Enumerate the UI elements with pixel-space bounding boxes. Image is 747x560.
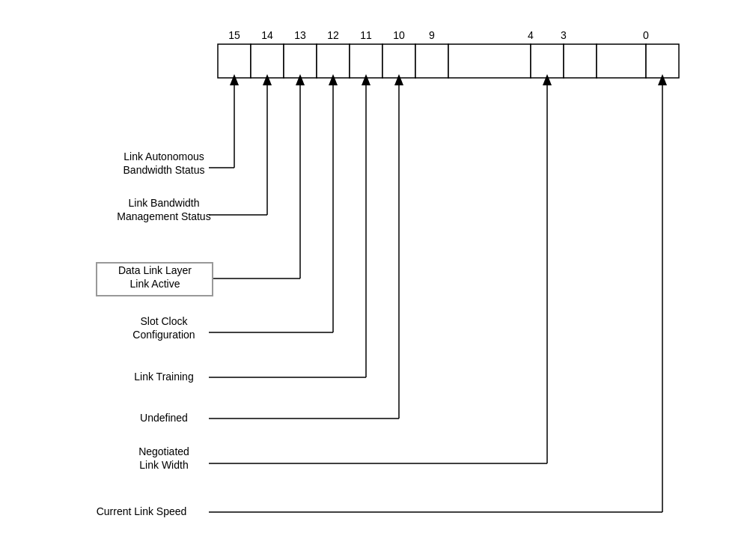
label-link-autonomous-bandwidth-status-line1: Link Autonomous bbox=[124, 150, 204, 162]
bit-label-10: 10 bbox=[393, 29, 405, 41]
bit-label-15: 15 bbox=[228, 29, 240, 41]
label-negotiated-link-width-line1: Negotiated bbox=[138, 445, 189, 457]
bit-label-4: 4 bbox=[528, 29, 534, 41]
register-cell-4 bbox=[531, 44, 564, 78]
bit-label-9: 9 bbox=[429, 29, 435, 41]
register-cell-3 bbox=[564, 44, 597, 78]
register-cell-0 bbox=[646, 44, 679, 78]
label-link-bandwidth-management-status-line2: Management Status bbox=[117, 210, 210, 222]
register-cell-14 bbox=[251, 44, 284, 78]
bit-label-14: 14 bbox=[261, 29, 273, 41]
diagram-container: 15 14 13 12 11 10 9 4 3 0 bbox=[52, 18, 695, 542]
label-data-link-layer-line1: Data Link Layer bbox=[118, 264, 192, 276]
label-link-training: Link Training bbox=[134, 371, 193, 383]
register-cell-13 bbox=[284, 44, 317, 78]
label-link-bandwidth-management-status-line1: Link Bandwidth bbox=[129, 197, 200, 209]
label-current-link-speed: Current Link Speed bbox=[97, 505, 187, 517]
label-data-link-layer-line2: Link Active bbox=[130, 278, 180, 290]
register-cell-15 bbox=[218, 44, 251, 78]
bit-label-13: 13 bbox=[294, 29, 306, 41]
bit-label-3: 3 bbox=[561, 29, 567, 41]
label-undefined: Undefined bbox=[140, 412, 188, 424]
register-cell-12 bbox=[317, 44, 350, 78]
label-slot-clock-config-line2: Configuration bbox=[132, 329, 195, 341]
register-cell-gap2 bbox=[597, 44, 646, 78]
label-slot-clock-config-line1: Slot Clock bbox=[140, 315, 188, 327]
diagram-svg: 15 14 13 12 11 10 9 4 3 0 bbox=[52, 18, 695, 542]
register-cell-10 bbox=[382, 44, 415, 78]
bit-label-11: 11 bbox=[360, 29, 372, 41]
bit-label-12: 12 bbox=[327, 29, 339, 41]
label-link-autonomous-bandwidth-status-line2: Bandwidth Status bbox=[124, 164, 205, 176]
bit-label-0: 0 bbox=[643, 29, 649, 41]
register-cell-gap1 bbox=[448, 44, 531, 78]
register-cell-9 bbox=[415, 44, 448, 78]
label-negotiated-link-width-line2: Link Width bbox=[139, 459, 188, 471]
register-cell-11 bbox=[350, 44, 382, 78]
